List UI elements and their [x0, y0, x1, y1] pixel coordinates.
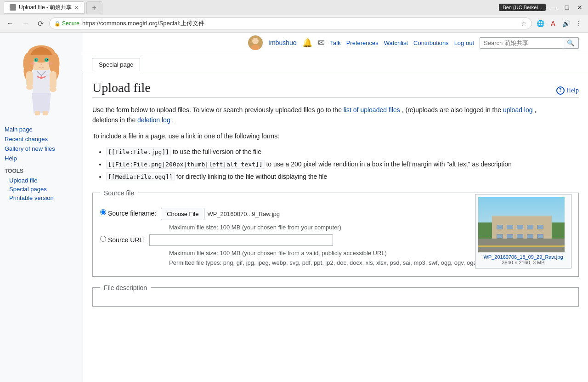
help-label: Help: [566, 87, 579, 94]
address-url[interactable]: https://commons.moegirl.org/Special:上传文件: [82, 19, 518, 28]
tab-favicon: [10, 4, 16, 11]
sidebar-navigation: Main page Recent changes Gallery of new …: [0, 120, 83, 207]
maximize-button[interactable]: □: [562, 3, 571, 12]
tab-title: Upload file - 萌娘共享: [19, 4, 72, 11]
format-list: [[File:File.jpg]] to use the full versio…: [106, 147, 579, 182]
talk-link[interactable]: Talk: [330, 40, 341, 46]
wiki-sidebar: Main page Recent changes Gallery of new …: [0, 33, 83, 382]
intro-text: Use the form below to upload files. To v…: [92, 106, 342, 114]
preview-image: [478, 197, 565, 252]
user-links: Imbushuo: [268, 39, 296, 46]
extension-icon-2[interactable]: A: [548, 18, 559, 29]
svg-point-16: [40, 64, 42, 65]
page-title: Upload file ? Help: [92, 80, 579, 97]
link-intro: To include a file in a page, use a link …: [92, 131, 579, 141]
search-box: 🔍: [480, 37, 579, 49]
reload-button[interactable]: ⟳: [35, 18, 46, 29]
period: .: [172, 116, 174, 124]
upload-log-link[interactable]: upload log: [503, 106, 533, 114]
logo-image: [9, 42, 74, 115]
user-avatar: [248, 35, 263, 50]
tab-special-page[interactable]: Special page: [92, 58, 140, 71]
file-description-fieldset: File description: [92, 284, 579, 307]
forward-button[interactable]: →: [19, 18, 32, 29]
active-tab[interactable]: Upload file - 萌娘共享 ×: [4, 1, 85, 14]
source-file-section-wrapper: Source file Source filename: Choose File…: [92, 189, 579, 277]
lock-icon: 🔒: [54, 21, 61, 27]
source-file-legend: Source file: [100, 189, 138, 197]
preview-box: WP_20160706_18_09_29_Raw.jpg 3840 × 2160…: [475, 194, 571, 268]
star-icon[interactable]: ☆: [521, 20, 527, 27]
sidebar-item-main-page[interactable]: Main page: [5, 125, 78, 134]
svg-point-15: [47, 62, 52, 65]
deletion-log-link[interactable]: deletion log: [137, 116, 170, 124]
preferences-link[interactable]: Preferences: [346, 40, 379, 46]
svg-rect-17: [33, 70, 50, 94]
sidebar-logo: [0, 37, 83, 120]
user-badge: Ben (UC Berkel...: [499, 4, 546, 11]
browser-navbar: ← → ⟳ 🔒 Secure https://commons.moegirl.o…: [0, 15, 588, 32]
source-url-radio[interactable]: [100, 236, 106, 242]
extension-icon-1[interactable]: 🌐: [535, 18, 546, 29]
svg-point-13: [46, 59, 47, 60]
secure-label: Secure: [62, 20, 79, 27]
svg-rect-19: [26, 71, 33, 86]
choose-file-button[interactable]: Choose File: [161, 208, 204, 220]
page-tabs: Special page: [92, 58, 579, 71]
intro-paragraph: Use the form below to upload files. To v…: [92, 105, 579, 125]
sidebar-item-printable[interactable]: Printable version: [5, 194, 78, 202]
source-url-input[interactable]: [149, 234, 333, 246]
comma-text: , (re)uploads are also logged in the: [402, 106, 501, 114]
sidebar-item-gallery[interactable]: Gallery of new files: [5, 144, 78, 154]
preview-container: WP_20160706_18_09_29_Raw.jpg 3840 × 2160…: [475, 194, 571, 268]
messages-envelope-icon[interactable]: ✉: [318, 38, 325, 48]
address-bar[interactable]: 🔒 Secure https://commons.moegirl.org/Spe…: [49, 17, 532, 29]
chosen-filename: WP_20160070...9_Raw.jpg: [207, 211, 280, 217]
new-tab[interactable]: +: [86, 1, 102, 14]
list-item-3: [[Media:File.ogg]] for directly linking …: [106, 171, 579, 182]
svg-rect-23: [35, 111, 40, 115]
svg-rect-24: [43, 111, 48, 115]
logout-link[interactable]: Log out: [454, 40, 474, 46]
source-file-radio[interactable]: [100, 209, 106, 215]
svg-point-21: [26, 85, 33, 90]
page-tabs-bar: Special page: [83, 53, 588, 71]
sidebar-item-recent-changes[interactable]: Recent changes: [5, 134, 78, 144]
comma-end: ,: [534, 106, 536, 114]
header-top: Imbushuo 🔔 ✉ Talk Preferences Watchlist …: [83, 33, 588, 53]
tab-close-button[interactable]: ×: [74, 4, 78, 11]
search-input[interactable]: [480, 38, 563, 48]
menu-icon[interactable]: ⋮: [573, 18, 584, 29]
nav-icons: 🌐 A 🔊 ⋮: [535, 18, 584, 29]
help-link[interactable]: ? Help: [556, 86, 579, 95]
close-button[interactable]: ✕: [575, 3, 584, 12]
deletions-text: deletions in the: [92, 116, 136, 124]
svg-point-12: [36, 59, 37, 60]
secure-badge: 🔒 Secure: [54, 20, 79, 27]
desc-2: to use a 200 pixel wide rendition in a b…: [266, 160, 511, 168]
contributions-link[interactable]: Contributions: [413, 40, 449, 46]
search-button[interactable]: 🔍: [563, 38, 578, 48]
source-url-label: Source URL:: [108, 234, 145, 244]
sidebar-item-help[interactable]: Help: [5, 154, 78, 163]
watchlist-link[interactable]: Watchlist: [384, 40, 408, 46]
code-2: [[File:File.png|200px|thumb|left|alt tex…: [106, 160, 265, 169]
sidebar-item-upload-file[interactable]: Upload file: [5, 176, 78, 185]
username-link[interactable]: Imbushuo: [268, 39, 296, 46]
list-item-1: [[File:File.jpg]] to use the full versio…: [106, 147, 579, 157]
notifications-bell-icon[interactable]: 🔔: [302, 38, 312, 48]
list-uploaded-files-link[interactable]: list of uploaded files: [344, 106, 400, 114]
minimize-button[interactable]: —: [549, 3, 559, 12]
wiki-page: Main page Recent changes Gallery of new …: [0, 33, 588, 382]
header-wrapper: Imbushuo 🔔 ✉ Talk Preferences Watchlist …: [83, 33, 588, 53]
preview-meta: 3840 × 2160, 3 MB: [478, 260, 568, 265]
back-button[interactable]: ←: [4, 18, 17, 29]
main-content-wrapper: Imbushuo 🔔 ✉ Talk Preferences Watchlist …: [83, 33, 588, 382]
extension-icon-3[interactable]: 🔊: [560, 18, 571, 29]
content-area: Upload file ? Help Use the form below to…: [92, 71, 579, 323]
preview-filename: WP_20160706_18_09_29_Raw.jpg: [478, 254, 568, 260]
browser-tabs: Upload file - 萌娘共享 × +: [4, 1, 102, 14]
svg-point-18: [40, 76, 43, 79]
sidebar-item-special-pages[interactable]: Special pages: [5, 185, 78, 194]
browser-chrome: Upload file - 萌娘共享 × + Ben (UC Berkel...…: [0, 0, 588, 33]
